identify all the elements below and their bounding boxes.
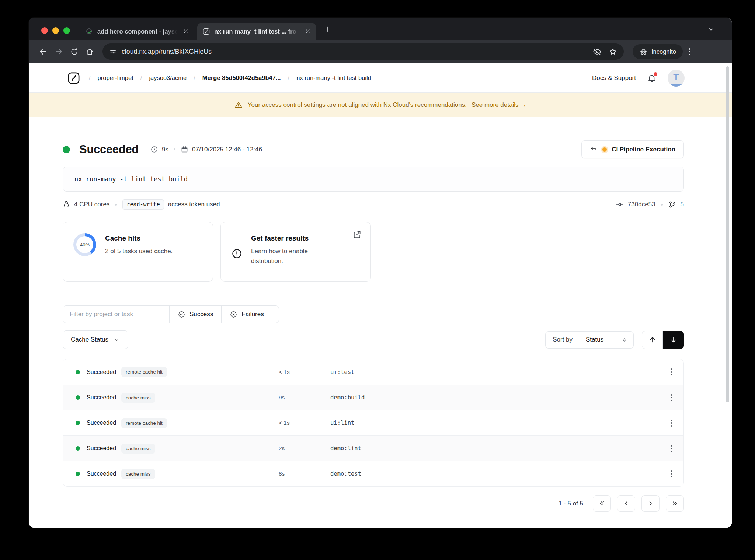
- row-menu-button[interactable]: [671, 445, 683, 452]
- commit-hash[interactable]: 730dce53: [628, 201, 655, 208]
- row-duration: 9s: [279, 394, 330, 401]
- kebab-icon: [671, 470, 672, 477]
- breadcrumb: / proper-limpet / jaysoo3/acme / Merge 8…: [67, 71, 592, 85]
- separator-dot: [174, 148, 175, 150]
- table-row[interactable]: Succeeded cache miss 2s demo:lint: [63, 435, 683, 461]
- distribution-card-title: Get faster results: [251, 234, 360, 242]
- incognito-label: Incognito: [651, 48, 676, 55]
- breadcrumb-commit[interactable]: Merge 85d500f42d5a9b47...: [202, 74, 281, 81]
- row-menu-button[interactable]: [671, 368, 683, 375]
- avatar-letter: T: [673, 72, 679, 83]
- zoom-window-button[interactable]: [63, 27, 70, 34]
- x-circle-icon: [230, 311, 237, 318]
- forward-button[interactable]: [51, 44, 66, 59]
- breadcrumb-run[interactable]: nx run-many -t lint test build: [296, 74, 371, 81]
- docs-support-link[interactable]: Docs & Support: [592, 74, 636, 82]
- eye-off-icon[interactable]: [593, 48, 601, 56]
- incognito-icon: [639, 48, 648, 56]
- home-button[interactable]: [82, 44, 97, 59]
- filter-success-button[interactable]: Success: [169, 306, 221, 323]
- address-bar[interactable]: cloud.nx.app/runs/BkIXGHleUs: [102, 43, 624, 60]
- breadcrumb-separator: /: [194, 74, 195, 81]
- row-status-label: Succeeded: [87, 470, 116, 477]
- table-row[interactable]: Succeeded cache miss 8s demo:test: [63, 461, 683, 486]
- access-token-pill: read-write: [122, 199, 164, 210]
- cache-status-dropdown[interactable]: Cache Status: [63, 330, 128, 349]
- sort-descending-button[interactable]: [663, 331, 684, 349]
- sort-by-select[interactable]: Status: [580, 332, 633, 348]
- chevrons-up-down-icon: [621, 337, 627, 343]
- status-dot: [76, 421, 80, 425]
- calendar-icon: [181, 146, 188, 153]
- filter-failures-label: Failures: [241, 311, 264, 318]
- tab-close-icon[interactable]: [183, 28, 189, 34]
- banner-details-link[interactable]: See more details →: [472, 101, 526, 109]
- browser-tab-active[interactable]: nx run-many -t lint test ... fro: [197, 23, 316, 40]
- row-task: demo:build: [330, 394, 660, 401]
- sort-bar: Cache Status Sort by Status: [63, 330, 684, 349]
- nx-logo-icon[interactable]: [67, 71, 80, 85]
- bookmark-star-icon[interactable]: [609, 48, 617, 56]
- breadcrumb-repo[interactable]: jaysoo3/acme: [149, 74, 187, 81]
- run-duration: 9s: [162, 146, 168, 153]
- sort-ascending-button[interactable]: [642, 331, 663, 349]
- cache-hits-card: 40% Cache hits 2 of 5 tasks used cache.: [63, 222, 213, 282]
- browser-tab-inactive[interactable]: add hero component · jaysoo: [80, 23, 194, 40]
- breadcrumb-workspace[interactable]: proper-limpet: [98, 74, 133, 81]
- back-button[interactable]: [35, 44, 51, 59]
- first-page-button[interactable]: [593, 495, 611, 512]
- command-text: nx run-many -t lint test build: [74, 175, 188, 183]
- distribution-card-subtitle: Learn how to enable distribution.: [251, 246, 338, 266]
- external-link-icon[interactable]: [353, 230, 361, 240]
- previous-page-button[interactable]: [617, 495, 635, 512]
- row-task: ui:test: [330, 369, 660, 375]
- minimize-window-button[interactable]: [52, 27, 59, 34]
- close-window-button[interactable]: [41, 27, 48, 34]
- tab-search-button[interactable]: [707, 26, 715, 33]
- site-header: / proper-limpet / jaysoo3/acme / Merge 8…: [29, 63, 732, 93]
- pagination-range: 1 - 5 of 5: [559, 500, 583, 507]
- status-dot: [76, 472, 80, 476]
- cache-percent: 40%: [73, 233, 96, 256]
- info-icon: [231, 248, 251, 266]
- filter-input[interactable]: [63, 306, 169, 323]
- cpu-cores: 4 CPU cores: [74, 201, 109, 208]
- branch-count: 5: [681, 201, 684, 208]
- row-menu-button[interactable]: [671, 394, 683, 401]
- window-controls: [41, 27, 70, 34]
- command-box: nx run-many -t lint test build: [63, 167, 684, 192]
- site-settings-icon[interactable]: [109, 48, 117, 56]
- row-menu-button[interactable]: [671, 420, 683, 427]
- row-cache-pill: remote cache hit: [121, 367, 167, 377]
- commit-icon: [616, 200, 624, 209]
- table-row[interactable]: Succeeded remote cache hit < 1s ui:test: [63, 359, 683, 385]
- browser-menu-button[interactable]: [689, 48, 690, 55]
- run-meta-row: 4 CPU cores read-write access token used…: [63, 199, 684, 210]
- access-token-suffix: access token used: [168, 201, 220, 208]
- row-task: demo:test: [330, 470, 660, 477]
- last-page-button[interactable]: [666, 495, 684, 512]
- next-page-button[interactable]: [641, 495, 660, 512]
- sort-direction-group: [642, 331, 684, 349]
- cache-status-label: Cache Status: [71, 336, 108, 343]
- notifications-button[interactable]: [647, 73, 657, 83]
- new-tab-button[interactable]: [324, 25, 332, 33]
- row-status-label: Succeeded: [87, 445, 116, 452]
- linux-icon: [63, 200, 70, 209]
- run-status-row: Succeeded 9s 07/10/2025 12:46 - 12:46: [63, 140, 684, 158]
- table-row[interactable]: Succeeded remote cache hit < 1s ui:lint: [63, 410, 683, 435]
- reload-button[interactable]: [66, 44, 82, 59]
- ci-pipeline-button[interactable]: CI Pipeline Execution: [581, 140, 684, 158]
- filter-success-label: Success: [189, 311, 213, 318]
- row-menu-button[interactable]: [671, 470, 683, 477]
- row-cache-pill: cache miss: [121, 444, 155, 454]
- notification-dot: [654, 72, 657, 76]
- distribution-card[interactable]: Get faster results Learn how to enable d…: [220, 222, 371, 282]
- page-scrollbar[interactable]: [726, 66, 729, 402]
- table-row[interactable]: Succeeded cache miss 9s demo:build: [63, 385, 683, 410]
- status-dot: [63, 146, 70, 153]
- row-cache-pill: remote cache hit: [121, 418, 167, 428]
- tab-close-icon[interactable]: [305, 28, 311, 34]
- filter-failures-button[interactable]: Failures: [221, 306, 272, 323]
- avatar[interactable]: T: [668, 70, 685, 87]
